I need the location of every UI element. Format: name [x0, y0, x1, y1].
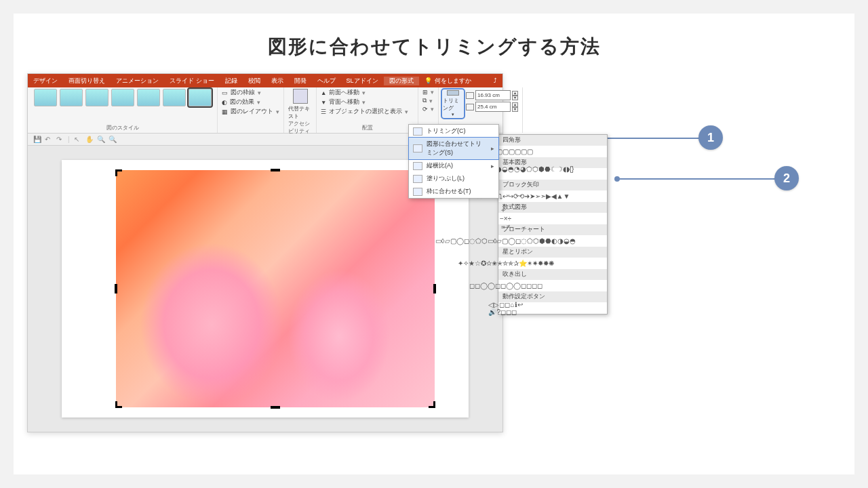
flow-shapes[interactable]: ▭◊▱▢◯◻◌⬠⬡▭◊▱▢◯◻◌⬠⬡⬢⬣◐◑◒◓	[498, 235, 607, 247]
fit-icon	[413, 188, 422, 196]
tell-me[interactable]: 💡 何をしますか	[419, 77, 477, 85]
cat-equation: 数式図形	[498, 202, 607, 213]
arrow-shapes[interactable]: ⇨⇦⇧⇩⇔⇕⇖⇗⇘⇙⤴⤵↩↪⟳⟲➜➤➢➣▶◀▲▼	[498, 190, 607, 202]
select-icon: ☰	[321, 108, 326, 115]
height-input[interactable]: 16.93 cm ▴▾	[466, 90, 518, 100]
crop-handle-b[interactable]	[271, 406, 280, 409]
aspect-icon	[413, 162, 422, 170]
rect-shapes[interactable]: ▢▢▢▢▢▢▢▢▢	[498, 146, 607, 157]
crop-handle-tl[interactable]	[115, 169, 122, 176]
menu-fill[interactable]: 塗りつぶし(L)	[409, 172, 498, 185]
star-shapes[interactable]: ✦✧★☆✪✫✬✭✮✯✰⭐✶✷✸✹✺	[498, 258, 607, 269]
effects-icon: ◐	[222, 99, 227, 106]
effects-label: 図の効果	[230, 98, 254, 106]
width-down[interactable]: ▾	[512, 107, 518, 112]
tab-animations[interactable]: アニメーション	[111, 77, 164, 85]
cat-callouts: 吹き出し	[498, 269, 607, 280]
height-down[interactable]: ▾	[512, 96, 518, 100]
slide[interactable]	[62, 160, 469, 418]
save-icon[interactable]: 💾	[33, 136, 41, 143]
crop-label: トリミング	[443, 97, 463, 112]
picture-layout[interactable]: ▦図のレイアウト	[222, 108, 279, 116]
crop-dropdown-menu: トリミング(C) 図形に合わせてトリミング(S)▸ 縦横比(A)▸ 塗りつぶし(…	[408, 124, 499, 199]
menu-crop[interactable]: トリミング(C)	[409, 125, 498, 138]
crop-handle-r[interactable]	[433, 284, 436, 293]
share-icon[interactable]: ⤴	[488, 77, 502, 84]
crop-handle-br[interactable]	[429, 401, 435, 408]
menu-aspect-ratio[interactable]: 縦横比(A)▸	[409, 159, 498, 172]
group-button[interactable]: ⧉	[422, 97, 433, 104]
cat-flowchart: フローチャート	[498, 224, 607, 235]
submenu-arrow-icon: ▸	[491, 145, 494, 152]
selected-picture[interactable]	[116, 170, 435, 407]
picture-border[interactable]: ▭図の枠線	[222, 89, 261, 97]
cat-rectangles: 四角形	[498, 135, 607, 146]
picture-effects[interactable]: ◐図の効果	[222, 98, 260, 106]
align-button[interactable]: ⊞	[422, 89, 434, 96]
tab-record[interactable]: 記録	[220, 77, 243, 85]
page-title: 図形に合わせてトリミングする方法	[41, 34, 827, 60]
fill-icon	[413, 175, 422, 183]
menu-crop-to-shape[interactable]: 図形に合わせてトリミング(S)▸	[409, 138, 498, 159]
crop-icon	[413, 127, 422, 136]
tab-developer[interactable]: 開発	[289, 77, 312, 85]
width-input[interactable]: 25.4 cm ▴▾	[466, 102, 518, 112]
selection-pane[interactable]: ☰オブジェクトの選択と表示	[321, 108, 408, 116]
tab-picture-format[interactable]: 図の形式	[384, 77, 419, 85]
tab-slideshow[interactable]: スライド ショー	[164, 77, 220, 85]
rotate-button[interactable]: ⟳	[422, 106, 434, 113]
crop-icon	[447, 90, 459, 96]
tab-help[interactable]: ヘルプ	[312, 77, 341, 85]
hand-icon[interactable]: ✋	[85, 136, 93, 143]
height-up[interactable]: ▴	[512, 91, 518, 96]
action-shapes[interactable]: ◁▷◻◻⌂ℹ↩🔊?◻◻◻	[498, 302, 607, 314]
menu-fit-label: 枠に合わせる(T)	[427, 187, 471, 196]
callout-shapes[interactable]: ◻◻◯◯◻◻◯◯◻◻◻◻	[498, 280, 607, 291]
alt-text-button[interactable]: 代替テキスト	[288, 89, 312, 120]
picture-style-6[interactable]	[163, 89, 186, 106]
bulb-icon: 💡	[425, 77, 432, 84]
redo-icon[interactable]: ↷	[56, 136, 64, 143]
forward-label: 前面へ移動	[329, 89, 359, 97]
shape-gallery: 四角形 ▢▢▢▢▢▢▢▢▢ 基本図形 ○△▽◇□◯◻▱◊◌◐◑◒◓◔◕⬠⬡⬢⬣☾…	[498, 134, 608, 314]
crop-handle-bl[interactable]	[115, 401, 122, 408]
crop-button[interactable]: トリミング ▾	[443, 90, 463, 117]
alttext-label: 代替テキスト	[288, 105, 312, 120]
tab-view[interactable]: 表示	[266, 77, 289, 85]
tab-design[interactable]: デザイン	[28, 77, 63, 85]
picture-style-5[interactable]	[137, 89, 160, 106]
height-icon	[466, 92, 474, 99]
eq-shapes[interactable]: ＋−×÷＝≠	[498, 213, 607, 224]
zoom-out-icon[interactable]: 🔍	[108, 136, 116, 143]
zoom-in-icon[interactable]: 🔍	[97, 136, 104, 143]
tab-sladdin[interactable]: SLアドイン	[341, 77, 384, 85]
forward-icon: ▲	[321, 89, 326, 96]
picture-style-2[interactable]	[60, 89, 83, 106]
ribbon-tabs: デザイン 画面切り替え アニメーション スライド ショー 記録 校閲 表示 開発…	[28, 74, 502, 87]
send-backward[interactable]: ▼背面へ移動	[321, 98, 366, 106]
pointer-icon[interactable]: ↖	[74, 136, 81, 143]
picture-style-4[interactable]	[111, 89, 134, 106]
screenshot-area: デザイン 画面切り替え アニメーション スライド ショー 記録 校閲 表示 開発…	[27, 73, 651, 432]
select-label: オブジェクトの選択と表示	[329, 108, 402, 116]
tab-review[interactable]: 校閲	[243, 77, 266, 85]
group-icon: ⧉	[422, 97, 427, 104]
layout-icon: ▦	[222, 108, 228, 115]
width-up[interactable]: ▴	[512, 102, 518, 107]
crop-handle-t[interactable]	[271, 169, 280, 171]
menu-crop-to-shape-label: 図形に合わせてトリミング(S)	[427, 140, 487, 157]
bring-forward[interactable]: ▲前面へ移動	[321, 89, 366, 97]
callout-2: 2	[774, 166, 799, 190]
picture-style-3[interactable]	[85, 89, 108, 106]
tab-transitions[interactable]: 画面切り替え	[63, 77, 111, 85]
accessibility-group-label: アクセシビリティ	[288, 120, 312, 135]
crop-handle-l[interactable]	[115, 284, 117, 293]
menu-fit[interactable]: 枠に合わせる(T)	[409, 185, 498, 198]
height-value[interactable]: 16.93 cm	[475, 90, 511, 100]
shape-crop-icon	[413, 144, 422, 152]
picture-style-7[interactable]	[189, 89, 212, 106]
basic-shapes[interactable]: ○△▽◇□◯◻▱◊◌◐◑◒◓◔◕⬠⬡⬢⬣☾☽◖◗{}()〔〕	[498, 168, 607, 180]
picture-style-1[interactable]	[34, 89, 57, 106]
width-value[interactable]: 25.4 cm	[475, 102, 511, 112]
undo-icon[interactable]: ↶	[45, 136, 52, 143]
